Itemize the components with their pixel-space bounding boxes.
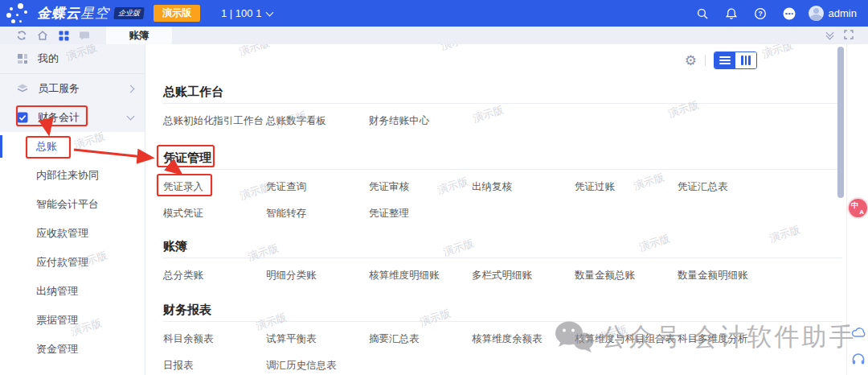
tab-account-books[interactable]: 账簿 bbox=[106, 27, 172, 44]
menu-item[interactable]: 核算维度与科目组合表 bbox=[575, 333, 678, 345]
menu-item[interactable]: 凭证审核 bbox=[369, 181, 472, 193]
section-title: 账簿 bbox=[163, 240, 842, 258]
chevron-down-icon bbox=[127, 113, 135, 121]
username-label: admin bbox=[829, 7, 857, 19]
sidebar-item-label: 总账 bbox=[36, 139, 57, 154]
sidebar-item-financial-accounting[interactable]: 财务会计 bbox=[0, 103, 145, 132]
sidebar-item-label: 内部往来协同 bbox=[36, 168, 99, 183]
sidebar-item-label: 员工服务 bbox=[38, 81, 80, 96]
section-items: 凭证录入 凭证查询 凭证审核 出纳复核 凭证过账 凭证汇总表 模式凭证 智能转存… bbox=[163, 181, 842, 220]
user-menu[interactable]: admin bbox=[809, 6, 857, 21]
brand-light: 星空 bbox=[80, 6, 109, 21]
section-title: 财务报表 bbox=[163, 303, 842, 322]
menu-item[interactable]: 总账初始化指引工作台 bbox=[163, 115, 266, 127]
menu-item[interactable]: 试算平衡表 bbox=[266, 333, 369, 345]
chat-icon[interactable] bbox=[74, 27, 95, 44]
sidebar-item-receivables-management[interactable]: 应收款管理 bbox=[0, 219, 145, 248]
brand-bold: 金蝶云 bbox=[37, 6, 80, 21]
sidebar-item-my[interactable]: 我的 bbox=[0, 44, 145, 74]
checkbox-checked-icon bbox=[17, 112, 28, 123]
svg-text:?: ? bbox=[758, 10, 762, 18]
menu-item[interactable]: 明细分类账 bbox=[266, 270, 369, 282]
sync-icon[interactable] bbox=[11, 27, 32, 44]
help-icon[interactable]: ? bbox=[746, 7, 775, 20]
section-title: 凭证管理 bbox=[163, 151, 842, 170]
accessibility-mode-icon[interactable] bbox=[775, 6, 804, 21]
app-header: 金蝶云星空 企业版 演示版 1 | 100 1 ? admin bbox=[0, 0, 868, 27]
avatar bbox=[809, 6, 824, 21]
section-account-books: 账簿 总分类账 明细分类账 核算维度明细账 多栏式明细账 数量金额总账 数量金额… bbox=[163, 240, 842, 282]
sidebar-item-internal-collaboration[interactable]: 内部往来协同 bbox=[0, 161, 145, 190]
org-selector[interactable]: 1 | 100 1 bbox=[221, 7, 272, 19]
menu-item[interactable]: 数量金额明细账 bbox=[678, 270, 780, 282]
section-gl-workbench: 总账工作台 总账初始化指引工作台 总账数字看板 财务结账中心 bbox=[163, 85, 842, 127]
section-items: 总账初始化指引工作台 总账数字看板 财务结账中心 bbox=[163, 115, 842, 127]
sidebar-top-group: 我的 员工服务 财务会计 bbox=[0, 44, 145, 132]
menu-item[interactable]: 科目余额表 bbox=[163, 333, 266, 345]
section-financial-reports: 财务报表 科目余额表 试算平衡表 摘要汇总表 核算维度余额表 核算维度与科目组合… bbox=[163, 303, 842, 372]
demo-version-badge: 演示版 bbox=[154, 5, 200, 22]
menu-item[interactable]: 多栏式明细账 bbox=[472, 270, 575, 282]
layers-icon bbox=[17, 83, 28, 94]
list-view-button[interactable] bbox=[714, 52, 735, 68]
menu-item[interactable]: 出纳复核 bbox=[472, 181, 575, 193]
menu-item[interactable]: 数量金额总账 bbox=[575, 270, 678, 282]
sidebar-item-fund-management[interactable]: 资金管理 bbox=[0, 335, 145, 364]
view-toggle bbox=[714, 52, 757, 69]
sidebar: 我的 员工服务 财务会计 总账 内部往来协同 智能会计平台 应收款管理 应付款管… bbox=[0, 44, 145, 375]
menu-item[interactable]: 凭证查询 bbox=[266, 181, 369, 193]
menu-item[interactable]: 凭证汇总表 bbox=[678, 181, 780, 193]
collapse-tabs-icon[interactable] bbox=[827, 32, 833, 39]
kingdee-logo-icon bbox=[6, 3, 34, 24]
menu-item[interactable]: 核算维度明细账 bbox=[369, 270, 472, 282]
column-view-button[interactable] bbox=[735, 52, 756, 68]
sidebar-item-label: 应付款管理 bbox=[36, 255, 88, 270]
section-title: 总账工作台 bbox=[163, 85, 842, 104]
sidebar-item-label: 智能会计平台 bbox=[36, 197, 99, 212]
tab-toolbar: 账簿 bbox=[0, 27, 868, 44]
brand-title: 金蝶云星空 bbox=[37, 4, 109, 23]
menu-item[interactable]: 财务结账中心 bbox=[369, 115, 472, 127]
menu-item[interactable]: 核算维度余额表 bbox=[472, 333, 575, 345]
menu-item[interactable]: 摘要汇总表 bbox=[369, 333, 472, 345]
sidebar-item-bill-management[interactable]: 票据管理 bbox=[0, 306, 145, 335]
sidebar-submenu: 总账 内部往来协同 智能会计平台 应收款管理 应付款管理 出纳管理 票据管理 资… bbox=[0, 132, 145, 364]
notification-bell-icon[interactable] bbox=[717, 7, 746, 20]
sidebar-item-general-ledger[interactable]: 总账 bbox=[0, 132, 145, 161]
translate-en-glyph: A bbox=[859, 208, 864, 216]
menu-item[interactable]: 凭证整理 bbox=[369, 208, 472, 220]
fullscreen-icon[interactable] bbox=[844, 28, 854, 43]
section-items: 总分类账 明细分类账 核算维度明细账 多栏式明细账 数量金额总账 数量金额明细账 bbox=[163, 270, 842, 282]
menu-item[interactable]: 总账数字看板 bbox=[266, 115, 369, 127]
sidebar-item-label: 财务会计 bbox=[38, 110, 80, 125]
menu-item[interactable]: 凭证过账 bbox=[575, 181, 678, 193]
menu-item[interactable]: 调汇历史信息表 bbox=[266, 360, 369, 372]
dashboard-icon bbox=[17, 53, 28, 64]
sidebar-item-cashier-management[interactable]: 出纳管理 bbox=[0, 277, 145, 306]
gear-icon[interactable]: ⚙ bbox=[685, 54, 697, 68]
menu-item[interactable]: 总分类账 bbox=[163, 270, 266, 282]
header-actions: ? admin bbox=[688, 6, 868, 21]
search-icon[interactable] bbox=[688, 7, 717, 20]
sidebar-item-employee-services[interactable]: 员工服务 bbox=[0, 74, 145, 103]
app-window: 金蝶云星空 企业版 演示版 1 | 100 1 ? admin bbox=[0, 0, 868, 375]
headphones-icon[interactable] bbox=[850, 351, 866, 367]
cloud-icon[interactable] bbox=[850, 324, 866, 340]
view-tools: ⚙ bbox=[685, 52, 757, 69]
menu-item[interactable]: 智能转存 bbox=[266, 208, 369, 220]
translate-icon[interactable]: 中 A bbox=[849, 199, 867, 217]
scrollbar-thumb[interactable] bbox=[837, 47, 844, 198]
sidebar-item-payables-management[interactable]: 应付款管理 bbox=[0, 248, 145, 277]
chevron-right-icon bbox=[127, 84, 135, 93]
menu-item[interactable]: 模式凭证 bbox=[163, 208, 266, 220]
menu-item[interactable]: 科目多维度分析 bbox=[678, 333, 780, 345]
sidebar-item-label: 我的 bbox=[38, 52, 59, 66]
home-icon[interactable] bbox=[32, 27, 53, 44]
sidebar-item-smart-accounting-platform[interactable]: 智能会计平台 bbox=[0, 190, 145, 219]
menu-item-voucher-entry[interactable]: 凭证录入 bbox=[163, 181, 266, 193]
sidebar-item-label: 资金管理 bbox=[36, 342, 78, 356]
main-content: ⚙ 总账工作台 总账初始化指引工作台 总账数字看板 财务结账中心 凭证管理 凭证… bbox=[145, 44, 868, 375]
sidebar-item-label: 应收款管理 bbox=[36, 226, 88, 241]
menu-item[interactable]: 日报表 bbox=[163, 360, 266, 372]
apps-grid-icon[interactable] bbox=[53, 27, 74, 44]
